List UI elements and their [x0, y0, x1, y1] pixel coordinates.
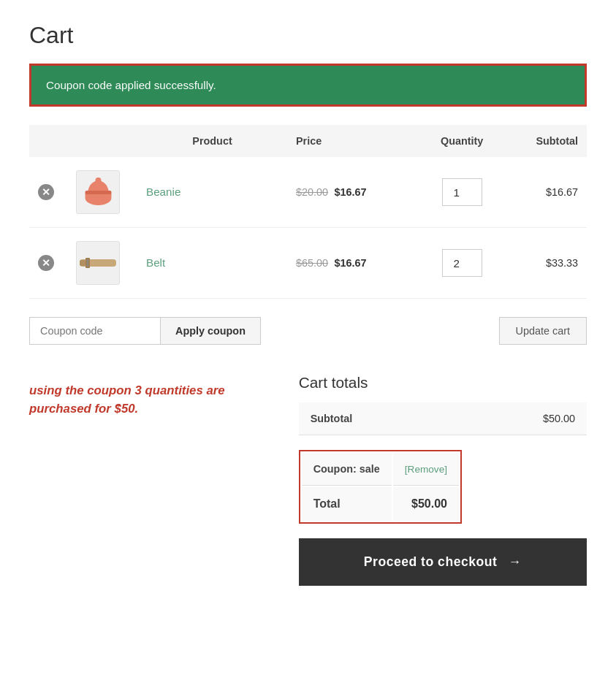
- col-header-price: Price: [287, 125, 420, 157]
- svg-rect-7: [80, 260, 85, 266]
- subtotal-value: $50.00: [455, 402, 587, 435]
- totals-subtotal-table: Subtotal $50.00: [299, 402, 587, 435]
- table-row: ✕ Beanie $20.00 $16.: [29, 157, 587, 228]
- coupon-note: using the coupon 3 quantities are purcha…: [29, 374, 270, 418]
- beanie-link[interactable]: Beanie: [146, 186, 180, 198]
- col-header-quantity: Quantity: [420, 125, 503, 157]
- beanie-original-price: $20.00: [296, 186, 328, 198]
- belt-svg: [80, 252, 116, 274]
- qty-cell-belt: [420, 228, 503, 299]
- qty-cell-beanie: [420, 157, 503, 228]
- beanie-image: [76, 170, 120, 214]
- cart-totals-title: Cart totals: [299, 374, 587, 391]
- col-header-product: [29, 125, 137, 157]
- checkout-button[interactable]: Proceed to checkout →: [299, 538, 587, 586]
- belt-image: [76, 241, 120, 285]
- remove-cell: ✕: [29, 228, 67, 299]
- success-message: Coupon code applied successfully.: [46, 79, 216, 91]
- cart-table: Product Price Quantity Subtotal ✕: [29, 125, 587, 299]
- remove-beanie-icon: ✕: [38, 184, 54, 200]
- image-cell-belt: [67, 228, 137, 299]
- svg-point-3: [95, 177, 101, 183]
- name-cell-beanie: Beanie: [137, 157, 287, 228]
- coupon-remove-link[interactable]: [Remove]: [405, 464, 447, 475]
- checkout-arrow: →: [509, 554, 522, 569]
- total-label: Total: [302, 487, 392, 521]
- cart-totals-section: Cart totals Subtotal $50.00 Coupon: sale…: [299, 374, 587, 586]
- table-row: ✕ Belt $65.00 $16.67: [29, 228, 587, 299]
- beanie-svg: [82, 176, 115, 209]
- apply-coupon-button[interactable]: Apply coupon: [161, 317, 261, 345]
- coupon-remove-cell: [Remove]: [393, 453, 459, 486]
- remove-beanie-button[interactable]: ✕: [38, 184, 54, 200]
- col-header-product-label: Product: [137, 125, 287, 157]
- beanie-quantity-input[interactable]: [442, 178, 482, 206]
- total-row: Total $50.00: [302, 487, 459, 521]
- coupon-row: Apply coupon Update cart: [29, 317, 587, 345]
- subtotal-cell-beanie: $16.67: [503, 157, 587, 228]
- belt-quantity-input[interactable]: [442, 249, 482, 277]
- col-header-subtotal: Subtotal: [503, 125, 587, 157]
- subtotal-row: Subtotal $50.00: [299, 402, 587, 435]
- checkout-label: Proceed to checkout: [364, 554, 498, 569]
- remove-belt-button[interactable]: ✕: [38, 255, 54, 271]
- beanie-sale-price: $16.67: [334, 186, 366, 198]
- remove-cell: ✕: [29, 157, 67, 228]
- price-cell-beanie: $20.00 $16.67: [287, 157, 420, 228]
- coupon-input-group: Apply coupon: [29, 317, 261, 345]
- total-value: $50.00: [393, 487, 459, 521]
- image-cell-beanie: [67, 157, 137, 228]
- belt-link[interactable]: Belt: [146, 256, 165, 269]
- svg-rect-2: [85, 191, 111, 194]
- coupon-row-totals: Coupon: sale [Remove]: [302, 453, 459, 486]
- belt-original-price: $65.00: [296, 257, 328, 269]
- coupon-code-input[interactable]: [29, 317, 161, 345]
- bottom-section: using the coupon 3 quantities are purcha…: [29, 374, 587, 586]
- name-cell-belt: Belt: [137, 228, 287, 299]
- totals-highlighted-table: Coupon: sale [Remove] Total $50.00: [299, 450, 462, 524]
- coupon-label: Coupon: sale: [302, 453, 392, 486]
- remove-belt-icon: ✕: [38, 255, 54, 271]
- svg-rect-6: [87, 259, 88, 267]
- success-banner: Coupon code applied successfully.: [29, 64, 587, 107]
- page-title: Cart: [29, 22, 587, 49]
- belt-sale-price: $16.67: [334, 257, 366, 269]
- price-cell-belt: $65.00 $16.67: [287, 228, 420, 299]
- subtotal-cell-belt: $33.33: [503, 228, 587, 299]
- update-cart-button[interactable]: Update cart: [499, 317, 587, 345]
- subtotal-label: Subtotal: [299, 402, 455, 435]
